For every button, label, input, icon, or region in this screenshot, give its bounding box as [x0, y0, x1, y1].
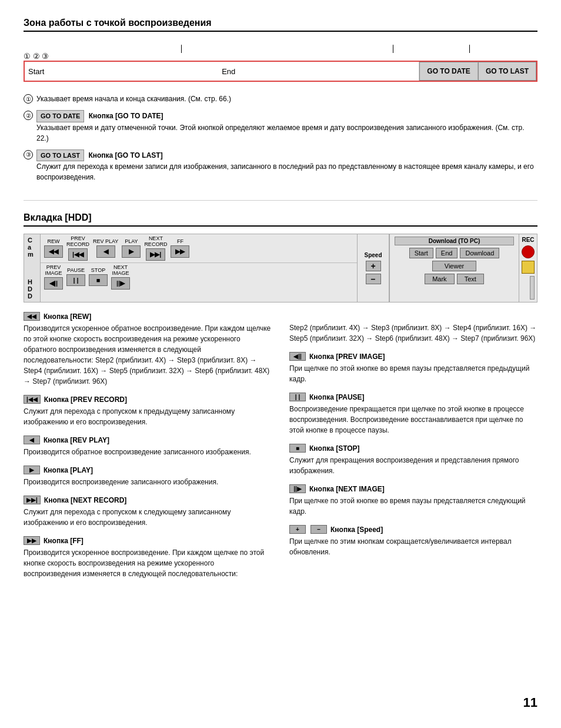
download-label: Download (TO PC) [395, 237, 514, 245]
desc-speed: + – Кнопка [Speed] При щелчке по этим кн… [289, 525, 537, 557]
prev-record-button[interactable]: |◀◀ [68, 248, 88, 261]
stop-button[interactable]: ■ [89, 274, 108, 286]
rec-scroll[interactable] [530, 276, 535, 300]
prev-record-icon: |◀◀ [24, 395, 41, 404]
rec-square-button[interactable] [522, 261, 535, 274]
desc-speed-label: Кнопка [Speed] [330, 526, 383, 534]
note-3-btn: GO TO LAST [36, 149, 84, 162]
desc-next-record: ▶▶| Кнопка [NEXT RECORD] Служит для пере… [24, 496, 272, 528]
desc-ff-steps-body: Step2 (приблизит. 4X) → Step3 (приблизит… [289, 323, 537, 344]
desc-ff-title: ▶▶ Кнопка [FF] [24, 536, 272, 545]
hdd-hdd-label: HDD [28, 278, 36, 300]
note-1: ① Указывает время начала и конца скачива… [24, 94, 537, 104]
callout-1-num: ① [24, 52, 31, 61]
note-3-content: GO TO LAST Кнопка [GO TO LAST] Служит дл… [36, 149, 537, 183]
note-2: ② GO TO DATE Кнопка [GO TO DATE] Указыва… [24, 110, 537, 144]
hdd-bottom-row: PREVIMAGE ◀|| PAUSE | | STOP ■ NEXTIMAGE… [41, 263, 357, 291]
desc-prev-record-label: Кнопка [PREV RECORD] [44, 395, 127, 404]
pause-icon: | | [289, 393, 306, 401]
text-button[interactable]: Text [457, 274, 484, 284]
rew-button[interactable]: ◀◀ [44, 245, 63, 258]
desc-rew-body: Производится ускоренное обратное воспрои… [24, 323, 272, 387]
ctrl-prev-image: PREVIMAGE ◀|| [44, 265, 63, 290]
ctrl-ff-label: FF [177, 239, 183, 245]
ctrl-rev-play: REV PLAY ◀ [93, 239, 118, 258]
ctrl-stop-label: STOP [91, 268, 105, 274]
hdd-cam-label: Cam [28, 237, 36, 258]
pb-end-label: End [222, 67, 235, 76]
ctrl-stop: STOP ■ [89, 268, 108, 286]
playback-bar-container: ① ② ③ Start End GO TO DATE GO TO LAST [24, 39, 537, 82]
desc-play-body: Производится воспроизведение записанного… [24, 477, 272, 487]
note-3-text: Служит для перехода к времени записи для… [36, 162, 534, 181]
ff-button[interactable]: ▶▶ [171, 245, 189, 258]
rev-play-button[interactable]: ◀ [96, 245, 115, 258]
note-2-btn: GO TO DATE [36, 110, 84, 122]
mark-button[interactable]: Mark [425, 274, 454, 284]
desc-rew: ◀◀ Кнопка [REW] Производится ускоренное … [24, 312, 272, 387]
desc-next-image-label: Кнопка [NEXT IMAGE] [309, 485, 385, 493]
hdd-left-label: Cam HDD [24, 234, 41, 302]
desc-prev-record: |◀◀ Кнопка [PREV RECORD] Служит для пере… [24, 395, 272, 427]
desc-prev-image-body: При щелчке по этой кнопке во время паузы… [289, 363, 537, 384]
desc-play-label: Кнопка [PLAY] [44, 466, 93, 474]
desc-rev-play-label: Кнопка [REV PLAY] [44, 436, 109, 444]
page-number: 11 [523, 695, 537, 710]
hdd-speed: Speed + – [357, 234, 389, 302]
desc-speed-title: + – Кнопка [Speed] [289, 525, 537, 534]
go-to-last-button[interactable]: GO TO LAST [478, 62, 536, 81]
playback-bar: Start End GO TO DATE GO TO LAST [24, 61, 537, 82]
ctrl-play-label: PLAY [125, 239, 138, 245]
play-button[interactable]: ▶ [122, 245, 141, 258]
next-record-button[interactable]: ▶▶| [146, 248, 165, 261]
go-to-date-button[interactable]: GO TO DATE [419, 62, 478, 81]
desc-next-image-title: ||▶ Кнопка [NEXT IMAGE] [289, 484, 537, 493]
callout-3-num: ③ [42, 52, 49, 61]
rew-icon: ◀◀ [24, 312, 40, 321]
ctrl-prev-image-label: PREVIMAGE [45, 265, 62, 277]
hdd-panel: Cam HDD REW ◀◀ PREVRECORD |◀◀ REV PLAY ◀ [24, 234, 537, 302]
dl-start-button[interactable]: Start [409, 248, 433, 258]
play-icon: ▶ [24, 466, 40, 474]
speed-minus-icon: – [310, 525, 327, 534]
desc-prev-image-title: ◀|| Кнопка [PREV IMAGE] [289, 352, 537, 361]
speed-plus-button[interactable]: + [366, 261, 381, 271]
section1-title: Зона работы с точкой воспроизведения [24, 18, 537, 32]
callout-line-3 [469, 45, 470, 53]
section-hdd: Вкладка [HDD] Cam HDD REW ◀◀ PREVRECORD … [24, 212, 537, 587]
next-image-button[interactable]: ||▶ [111, 277, 130, 290]
desc-pause-label: Кнопка [PAUSE] [309, 393, 365, 401]
prev-image-button[interactable]: ◀|| [44, 277, 63, 290]
ctrl-pause-label: PAUSE [67, 268, 85, 274]
ctrl-pause: PAUSE | | [66, 268, 85, 286]
desc-prev-image: ◀|| Кнопка [PREV IMAGE] При щелчке по эт… [289, 352, 537, 384]
desc-next-record-label: Кнопка [NEXT RECORD] [44, 496, 127, 504]
rec-button[interactable] [522, 245, 535, 258]
desc-ff-steps: Step2 (приблизит. 4X) → Step3 (приблизит… [289, 323, 537, 344]
ctrl-rew-label: REW [48, 239, 60, 245]
desc-ff-body: Производится ускоренное воспроизведение.… [24, 547, 272, 579]
ctrl-next-record: NEXTRECORD ▶▶| [144, 236, 167, 261]
pause-button[interactable]: | | [66, 274, 85, 286]
desc-pause: | | Кнопка [PAUSE] Воспроизведение прекр… [289, 393, 537, 436]
note-2-text: Указывает время и дату отмеченной точки.… [36, 124, 525, 142]
desc-next-image-body: При щелчке по этой кнопке во время паузы… [289, 496, 537, 517]
dl-end-button[interactable]: End [436, 248, 458, 258]
ff-icon: ▶▶ [24, 536, 40, 545]
desc-speed-body: При щелчке по этим кнопкам сокращается/у… [289, 536, 537, 557]
hdd-top-row: REW ◀◀ PREVRECORD |◀◀ REV PLAY ◀ PLAY ▶ … [41, 234, 357, 263]
ctrl-next-image: NEXTIMAGE ||▶ [111, 265, 130, 290]
download-row: Start End Download [395, 248, 514, 258]
note-2-content: GO TO DATE Кнопка [GO TO DATE] Указывает… [36, 110, 537, 144]
mark-text-row: Mark Text [395, 274, 514, 284]
desc-pause-body: Воспроизведение прекращается при щелчке … [289, 404, 537, 436]
pb-start-end: Start End [25, 62, 419, 81]
callout-line-1 [181, 45, 182, 53]
desc-rew-label: Кнопка [REW] [44, 313, 91, 321]
download-button[interactable]: Download [460, 248, 499, 258]
pb-buttons: GO TO DATE GO TO LAST [419, 62, 536, 81]
note-2-title: Кнопка [GO TO DATE] [89, 112, 163, 120]
section-playback: Зона работы с точкой воспроизведения ① ②… [24, 18, 537, 182]
viewer-button[interactable]: Viewer [432, 261, 476, 271]
speed-minus-button[interactable]: – [366, 274, 381, 284]
